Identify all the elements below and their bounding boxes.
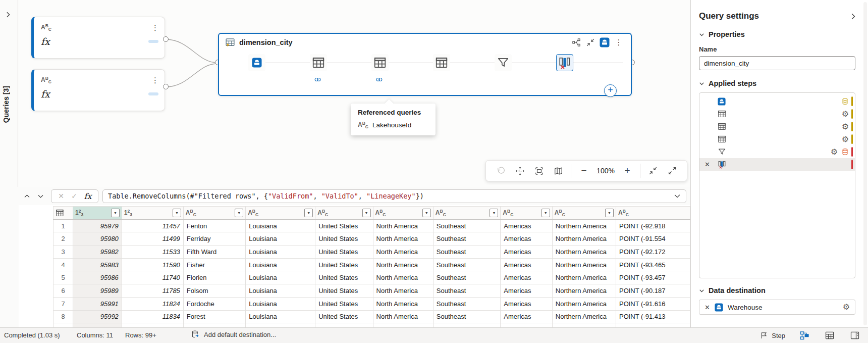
cell[interactable]: Fifth Ward	[183, 246, 245, 259]
node-step-Navigation 1[interactable]	[288, 51, 349, 94]
cell[interactable]: Forest	[183, 310, 245, 323]
step-count-badge[interactable]	[148, 92, 158, 95]
cell[interactable]: Louisiana	[246, 219, 315, 232]
cell[interactable]: Louisiana	[246, 258, 315, 271]
cell[interactable]: Americas	[501, 271, 552, 284]
tooltip-query-item[interactable]: ABC LakehouseId	[358, 121, 428, 129]
row-number[interactable]: 6	[53, 284, 73, 298]
cell[interactable]: United States	[315, 232, 373, 246]
column-filter-icon[interactable]: ▼	[173, 209, 181, 217]
column-filter-icon[interactable]: ▼	[111, 209, 120, 217]
cell[interactable]: POINT (-93.465	[616, 258, 690, 271]
cell[interactable]: United States	[315, 297, 373, 310]
cell[interactable]: Louisiana	[246, 310, 315, 323]
cell[interactable]: Americas	[501, 246, 552, 259]
query-card-LakehouseId[interactable]: ABC ⋮ fx	[31, 69, 165, 111]
add-default-destination-button[interactable]: Add default destination...	[191, 330, 276, 339]
settings-pane-view-icon[interactable]	[849, 329, 861, 341]
cell[interactable]: 11834	[122, 310, 183, 323]
cell[interactable]: POINT (-91.616	[616, 297, 690, 310]
properties-section-header[interactable]: Properties	[691, 30, 868, 38]
cell[interactable]: Southeast	[433, 219, 501, 232]
cell[interactable]: 95991	[73, 297, 122, 310]
row-number[interactable]: 2	[53, 232, 73, 246]
formula-input[interactable]: Table.RemoveColumns(#"Filtered rows", {"…	[102, 189, 686, 203]
node-menu-icon[interactable]: ⋮	[614, 37, 624, 47]
applied-step-Source[interactable]	[699, 95, 855, 108]
cell[interactable]: United States	[315, 284, 373, 298]
cell[interactable]: Southeast	[433, 258, 501, 271]
destination-settings-gear-icon[interactable]: ⚙	[843, 303, 850, 311]
cell[interactable]: Northern America	[552, 232, 616, 246]
cell[interactable]: Folsom	[183, 284, 245, 298]
data-view-icon[interactable]	[824, 329, 836, 341]
cell[interactable]: Americas	[501, 284, 552, 298]
cell[interactable]: 11457	[122, 219, 183, 232]
expand-formula-icon[interactable]	[674, 192, 681, 200]
cell[interactable]: Fordoche	[183, 297, 245, 310]
remove-destination-icon[interactable]: ✕	[704, 304, 710, 311]
cell[interactable]: Americas	[501, 219, 552, 232]
cell[interactable]: 11499	[122, 232, 183, 246]
cell[interactable]: United States	[315, 310, 373, 323]
cell[interactable]: Northern America	[552, 297, 616, 310]
cell[interactable]: Northern America	[552, 258, 616, 271]
step-indicator[interactable]: Step	[760, 331, 785, 339]
node-step-Removed columns[interactable]	[534, 51, 595, 94]
step-settings-gear-icon[interactable]: ⚙	[831, 148, 838, 156]
column-header-SalesTerritory[interactable]: ABC ▼	[433, 207, 501, 220]
cell[interactable]: POINT (-92.918	[616, 219, 690, 232]
cell[interactable]: POINT (-91.413	[616, 310, 690, 323]
collapse-node-icon[interactable]	[585, 37, 595, 47]
node-step-Navigation 2[interactable]	[349, 51, 411, 94]
cell[interactable]: 95986	[73, 271, 122, 284]
query-node-dimension-city[interactable]: dimension_city ⋮	[218, 33, 632, 96]
cell[interactable]: Northern America	[552, 310, 616, 323]
node-step-Navigation 3[interactable]	[411, 51, 472, 94]
card-menu-icon[interactable]: ⋮	[151, 78, 158, 83]
cell[interactable]: 95992	[73, 310, 122, 323]
pan-icon[interactable]	[510, 163, 529, 178]
node-step-Filtered rows[interactable]	[472, 51, 534, 94]
cell[interactable]: North America	[373, 271, 433, 284]
cell[interactable]: Northern America	[552, 219, 616, 232]
row-number[interactable]: 5	[53, 271, 73, 284]
column-header-Continent[interactable]: ABC ▼	[373, 207, 433, 220]
cell[interactable]: North America	[373, 246, 433, 259]
cell[interactable]: Fenton	[183, 219, 245, 232]
column-filter-icon[interactable]: ▼	[605, 209, 614, 217]
cell[interactable]: POINT (-92.172	[616, 246, 690, 259]
data-destination-item[interactable]: ✕ Warehouse ⚙	[699, 300, 855, 315]
cell[interactable]: Southeast	[433, 271, 501, 284]
row-number[interactable]: 1	[53, 219, 73, 232]
expand-queries-pane-icon[interactable]	[5, 11, 13, 19]
delete-step-icon[interactable]: ✕	[704, 161, 710, 168]
previous-step-icon[interactable]	[21, 190, 32, 202]
select-all-corner[interactable]	[53, 207, 73, 220]
cell[interactable]: Louisiana	[246, 246, 315, 259]
cell[interactable]: Louisiana	[246, 284, 315, 298]
cell[interactable]: United States	[315, 246, 373, 259]
referenced-queries-link[interactable]	[314, 76, 323, 83]
column-filter-icon[interactable]: ▼	[304, 209, 313, 217]
cell[interactable]: Americas	[501, 232, 552, 246]
cell[interactable]: Southeast	[433, 284, 501, 298]
node-step-Source[interactable]	[226, 51, 288, 94]
diagram-canvas[interactable]: ABC ⋮ fx ABC ⋮ fx	[19, 0, 690, 187]
cell[interactable]: North America	[373, 310, 433, 323]
fit-to-screen-icon[interactable]	[529, 163, 549, 178]
column-filter-icon[interactable]: ▼	[422, 209, 431, 217]
cell[interactable]: 11590	[122, 258, 183, 271]
collapse-all-icon[interactable]	[643, 163, 663, 178]
cell[interactable]: POINT (-93.457	[616, 271, 690, 284]
cell[interactable]: Southeast	[433, 232, 501, 246]
column-header-WWICityID[interactable]: 123 ▼	[122, 207, 183, 220]
cell[interactable]: Northern America	[552, 284, 616, 298]
cell[interactable]: Southeast	[433, 246, 501, 259]
query-name-input[interactable]	[699, 56, 855, 70]
cell[interactable]: 95979	[73, 219, 122, 232]
column-header-Country[interactable]: ABC ▼	[315, 207, 373, 220]
cell[interactable]: Southeast	[433, 297, 501, 310]
cell[interactable]: Southeast	[433, 310, 501, 323]
output-port[interactable]	[163, 84, 169, 89]
